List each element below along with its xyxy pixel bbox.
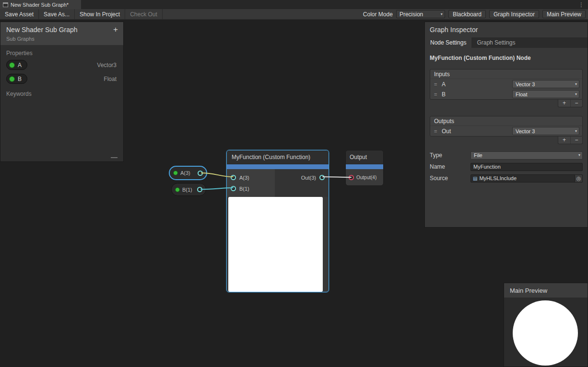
output-name: Out <box>442 128 451 135</box>
port-connector-icon[interactable] <box>231 175 236 180</box>
output-node[interactable]: Output Output(4) <box>345 150 384 186</box>
remove-input-button[interactable]: − <box>570 100 582 107</box>
dropdown-value: Vector 3 <box>516 128 535 134</box>
port-label: Output(4) <box>356 175 376 180</box>
tab-label: Node Settings <box>430 39 466 46</box>
add-input-button[interactable]: + <box>558 100 570 107</box>
tab-shader-subgraph[interactable]: New Shader Sub Graph* <box>0 0 81 9</box>
property-pill-a[interactable]: A <box>6 60 27 70</box>
blackboard-panel: New Shader Sub Graph + Sub Graphs Proper… <box>0 22 124 162</box>
node-preview-surface[interactable] <box>228 197 323 292</box>
property-type: Vector3 <box>97 62 117 69</box>
keywords-section-header: Keywords <box>0 86 123 99</box>
port-label: B(1) <box>239 186 249 192</box>
port-label: A(3) <box>239 175 249 181</box>
drag-handle-icon[interactable]: = <box>434 128 442 134</box>
graph-inspector-toggle-label: Graph Inspector <box>494 11 535 18</box>
type-label: Type <box>430 152 470 159</box>
property-pill-b[interactable]: B <box>6 74 27 84</box>
port-connector-icon[interactable] <box>349 175 354 180</box>
output-node-port[interactable]: Output(4) <box>346 169 383 186</box>
drag-handle-icon[interactable]: = <box>434 81 442 87</box>
source-value: MyHLSLInclude <box>479 175 517 181</box>
object-picker-icon[interactable]: ◎ <box>575 175 582 182</box>
property-node-a[interactable]: A(3) <box>169 166 207 180</box>
blackboard-title: New Shader Sub Graph <box>6 26 118 34</box>
chevron-down-icon: ▾ <box>441 12 443 16</box>
outputs-row-out[interactable]: = Out Vector 3 ▾ <box>430 126 582 136</box>
drag-handle-icon[interactable]: = <box>434 92 442 97</box>
graph-inspector-toggle-button[interactable]: Graph Inspector <box>489 10 539 18</box>
property-name: B <box>18 76 22 82</box>
input-port-a[interactable]: A(3) <box>227 172 275 183</box>
toolbar-right-group: Color Mode Precision ▾ Blackboard Graph … <box>363 9 588 19</box>
dropdown-value: Vector 3 <box>516 81 535 87</box>
property-name: A <box>18 62 22 69</box>
overflow-menu-icon: ⋮ <box>578 1 584 8</box>
output-port-icon[interactable] <box>198 171 203 176</box>
source-label: Source <box>430 175 470 182</box>
output-type-dropdown[interactable]: Vector 3 ▾ <box>512 127 579 135</box>
output-port-icon[interactable] <box>197 187 202 192</box>
input-port-b[interactable]: B(1) <box>227 183 275 194</box>
function-name-input[interactable] <box>470 163 583 171</box>
blackboard-resize-handle[interactable] <box>111 157 118 158</box>
add-output-button[interactable]: + <box>558 137 570 144</box>
property-node-b[interactable]: B(1) <box>171 183 206 196</box>
input-b-type-dropdown[interactable]: Float ▾ <box>512 90 579 98</box>
function-type-dropdown[interactable]: File ▾ <box>470 151 583 160</box>
input-name: B <box>442 91 446 98</box>
add-property-button[interactable]: + <box>113 25 118 34</box>
node-title[interactable]: MyFunction (Custom Function) <box>227 150 329 164</box>
property-color-dot-icon <box>9 62 15 68</box>
check-out-button: Check Out <box>125 9 163 19</box>
list-footer-buttons: + − <box>558 137 583 144</box>
blackboard-toggle-button[interactable]: Blackboard <box>448 10 486 18</box>
port-connector-icon[interactable] <box>319 175 325 180</box>
property-type: Float <box>104 76 117 82</box>
window-overflow-menu[interactable]: ⋮ <box>575 0 588 9</box>
outputs-list-footer: + − <box>430 137 583 144</box>
output-port-out[interactable]: Out(3) <box>275 172 329 183</box>
main-preview-toggle-button[interactable]: Main Preview <box>542 10 586 18</box>
type-field-row: Type File ▾ <box>430 151 583 160</box>
save-asset-label: Save Asset <box>5 11 34 18</box>
source-field-row: Source ▤ MyHLSLInclude ◎ <box>430 174 583 183</box>
node-title[interactable]: Output <box>346 150 383 164</box>
main-preview-viewport[interactable] <box>504 298 588 367</box>
inputs-row-a[interactable]: = A Vector 3 ▾ <box>430 79 582 89</box>
color-mode-dropdown[interactable]: Precision ▾ <box>396 10 445 18</box>
outputs-list-header: Outputs <box>430 116 582 126</box>
save-as-button[interactable]: Save As... <box>39 9 75 19</box>
main-preview-toggle-label: Main Preview <box>547 11 581 18</box>
chevron-down-icon: ▾ <box>575 92 577 96</box>
property-node-label: A(3) <box>180 170 190 176</box>
dropdown-value: Float <box>516 92 527 97</box>
list-footer-buttons: + − <box>558 100 583 107</box>
remove-output-button[interactable]: − <box>570 137 582 144</box>
main-preview-title: Main Preview <box>504 283 588 298</box>
node-color-strip <box>227 164 329 169</box>
preview-sphere <box>513 300 578 366</box>
tab-label: Graph Settings <box>477 39 515 46</box>
tab-graph-settings[interactable]: Graph Settings <box>471 37 520 48</box>
input-a-type-dropdown[interactable]: Vector 3 ▾ <box>512 80 579 88</box>
graph-toolbar: Save Asset Save As... Show In Project Ch… <box>0 9 588 20</box>
port-connector-icon[interactable] <box>231 186 236 191</box>
inspected-node-header: MyFunction (Custom Function) Node <box>425 48 588 69</box>
tab-node-settings[interactable]: Node Settings <box>425 37 471 48</box>
window-tab-strip: New Shader Sub Graph* ⋮ <box>0 0 588 9</box>
custom-function-node[interactable]: MyFunction (Custom Function) A(3) B(1) O… <box>226 150 329 292</box>
show-in-project-label: Show In Project <box>80 11 120 18</box>
source-object-field[interactable]: ▤ MyHLSLInclude ◎ <box>470 174 583 183</box>
save-asset-button[interactable]: Save Asset <box>0 9 39 19</box>
property-color-dot-icon <box>9 76 15 82</box>
property-node-label: B(1) <box>182 187 192 193</box>
chevron-down-icon: ▾ <box>575 129 577 133</box>
show-in-project-button[interactable]: Show In Project <box>75 9 125 19</box>
property-color-dot-icon <box>175 187 180 192</box>
name-label: Name <box>430 163 470 170</box>
name-field-row: Name <box>430 162 583 171</box>
inputs-row-b[interactable]: = B Float ▾ <box>430 89 582 99</box>
properties-section-header: Properties <box>0 45 123 58</box>
